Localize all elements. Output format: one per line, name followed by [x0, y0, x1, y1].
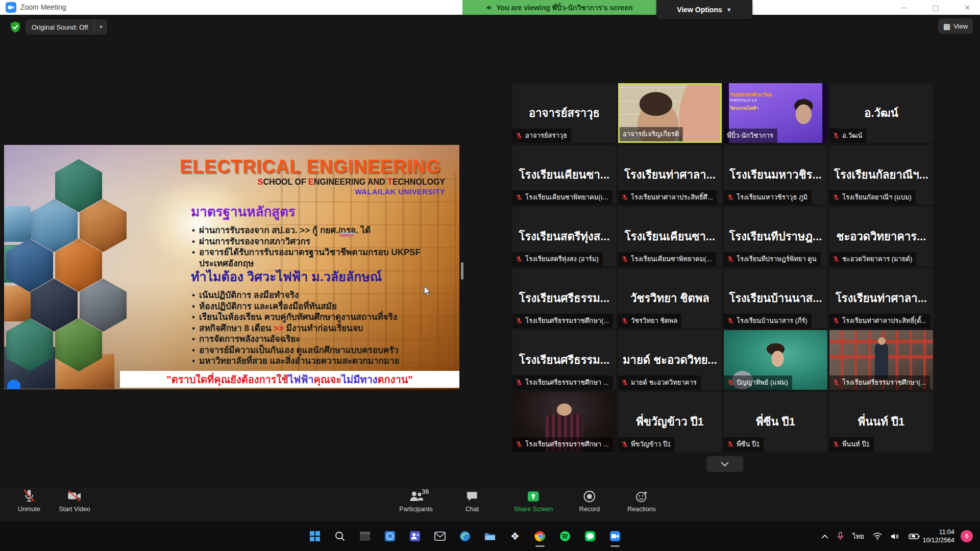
line-icon[interactable]	[583, 529, 597, 543]
participant-name-label: โรงเรียนสตรีทุ่งสง (อาร์ม)	[525, 254, 599, 264]
more-participants-button[interactable]	[706, 456, 743, 472]
chat-label: Chat	[465, 506, 479, 513]
section-heading: ทำไมต้อง วิศวะไฟฟ้า ม.วลัยลักษณ์	[191, 266, 456, 287]
participant-tile[interactable]: โรงเรียนมหาวชิร...โรงเรียนมหาวชิราวุธ ภู…	[724, 145, 827, 205]
chrome-icon[interactable]	[533, 529, 547, 543]
participant-tile[interactable]: ชะอวดวิทยาคาร...ชะอวดวิทยาคาร (มายด์)	[829, 207, 933, 266]
participant-name-label: วัชรวิทยา ชิตพล	[631, 315, 677, 326]
participant-label-bar: โรงเรียนศรีธรรมราชศึกษา(...	[512, 314, 613, 328]
share-screen-button[interactable]: Share Screen	[514, 489, 553, 513]
participant-big-name: พี่ขวัญข้าว ปี1	[636, 413, 704, 431]
participant-tile[interactable]: พี่นนท์ ปี1พี่นนท์ ปี1	[829, 392, 933, 452]
participant-tile[interactable]: โรงเรียนศรีธรรม...โรงเรียนศรีธรรมราชศึกษ…	[512, 268, 616, 328]
participant-big-name: โรงเรียนมหาวชิร...	[729, 166, 821, 184]
participant-label-bar: โรงเรียนท่าศาลาประสิทธิ์ศึ...	[618, 190, 717, 205]
notification-badge[interactable]: 6	[961, 530, 973, 542]
participant-tile[interactable]: โรงเรียนสตรีทุ่งส...โรงเรียนสตรีทุ่งสง (…	[512, 207, 616, 266]
tray-battery-icon[interactable]	[909, 533, 920, 540]
tray-language-indicator[interactable]: ไทย	[852, 531, 864, 542]
subtitle-part: T	[387, 178, 393, 186]
slide-section-standards: มาตรฐานหลักสูตร ผ่านการรับรองจาก สป.อว. …	[191, 201, 456, 269]
participant-tile[interactable]: อาจารย์สราวุธอาจารย์สราวุธ	[512, 83, 616, 143]
participant-tile[interactable]: โรงเรียนท่าศาลา...โรงเรียนท่าศาลาประสิทธ…	[829, 268, 933, 328]
slide-quote-band: "ตราบใดที่คุณยังต้องการใช้ไฟฟ้า คุณจะไม่…	[120, 371, 459, 388]
shared-screen-slide: ELECTRICAL ENGINEERING SCHOOL OF ENGINEE…	[4, 145, 459, 389]
participant-label-bar: ชะอวดวิทยาคาร (มายด์)	[829, 252, 916, 266]
teams-icon[interactable]	[408, 529, 422, 543]
explorer-icon[interactable]	[483, 529, 497, 543]
participant-tile[interactable]: อ.วัฒน์อ.วัฒน์	[829, 83, 933, 143]
participant-tile[interactable]: พี่ซีน ปี1พี่ซีน ปี1	[724, 392, 827, 452]
minimize-button[interactable]: ─	[892, 0, 916, 15]
edge-icon[interactable]	[458, 529, 472, 543]
slide-title: ELECTRICAL ENGINEERING	[167, 156, 453, 178]
tray-chevron-up-icon[interactable]	[821, 534, 828, 539]
unmute-button[interactable]: Unmute	[18, 489, 40, 513]
bullet-text-marked: กู้ กยศ./กรอ. ได้	[312, 226, 371, 235]
quote-part: ไฟฟ้า	[288, 371, 314, 388]
original-sound-button[interactable]: Original Sound: Off ▼	[26, 19, 107, 35]
participant-big-name: โรงเรียนกัลยาณีฯ...	[834, 166, 928, 184]
muted-mic-icon	[727, 441, 734, 448]
participant-tile[interactable]: โรงเรียนศรีธรรมราชศึกษา(...	[829, 330, 933, 390]
participant-tile[interactable]: โรงเรียนท่าศาลา...โรงเรียนท่าศาลาประสิทธ…	[618, 145, 722, 205]
subtitle-part: NGINEERING AND	[314, 178, 387, 186]
scrollbar-handle[interactable]	[461, 262, 463, 280]
speaker-icon	[486, 4, 493, 11]
participant-tile[interactable]: โรงเรียนศรีธรรมราชศึกษา ...	[512, 392, 616, 452]
record-button[interactable]: Record	[579, 489, 600, 513]
subtitle-part: ECHNOLOGY	[393, 178, 445, 186]
search-icon[interactable]	[333, 529, 347, 543]
participant-name-label: โรงเรียนศรีธรรมราชศึกษา ...	[525, 377, 609, 388]
bullet-item: การจัดการพลังงานอัจฉริยะ	[191, 334, 456, 345]
view-button[interactable]: ▦ View	[938, 18, 973, 34]
participant-tile[interactable]: โรงเรียนเคียนซา...โรงเรียนเคียนซาพิทยาคม…	[512, 145, 616, 205]
participants-icon: 36	[408, 489, 424, 503]
original-sound-label: Original Sound: Off	[26, 19, 94, 35]
participant-tile[interactable]: วัชรวิทยา ชิตพลวัชรวิทยา ชิตพล	[618, 268, 722, 328]
participant-name-label: พี่ขวัญข้าว ปี1	[631, 439, 671, 449]
chevron-down-icon[interactable]: ▼	[94, 19, 107, 35]
photos-icon[interactable]	[383, 529, 397, 543]
security-shield-icon[interactable]	[10, 21, 21, 33]
tray-microphone-icon[interactable]	[837, 532, 844, 541]
participant-big-name: โรงเรียนบ้านนาส...	[729, 289, 822, 307]
bullet-item: เน้นปฏิบัติการ ลงมือทำจริง	[191, 290, 456, 301]
start-video-button[interactable]: Start Video	[59, 489, 90, 513]
participant-tile[interactable]: โรงเรียนทีปราษฎ...โรงเรียนทีปราษฎร์พิทยา…	[724, 207, 827, 266]
maximize-button[interactable]: ▢	[924, 0, 947, 15]
participants-button[interactable]: 36 Participants	[399, 489, 432, 513]
spotify-icon[interactable]	[558, 529, 572, 543]
participant-tile[interactable]: มายด์ ชะอวดวิทย...มายด์ ชะอวดวิทยาคาร	[618, 330, 722, 390]
participant-tile[interactable]: พี่ขวัญข้าว ปี1พี่ขวัญข้าว ปี1	[618, 392, 722, 452]
view-label: View	[953, 22, 968, 30]
close-button[interactable]: ✕	[955, 0, 979, 15]
subtitle-part: E	[308, 178, 314, 186]
participant-tile[interactable]: ปัญญาทิพย์ (แฟม)	[724, 330, 827, 390]
zoomapp-icon[interactable]	[608, 529, 622, 543]
chat-button[interactable]: Chat	[465, 489, 479, 513]
taskbar-clock[interactable]: 11:04 10/12/2564	[922, 521, 954, 551]
chat-icon	[465, 489, 479, 503]
participant-tile[interactable]: โรงเรียนกัลยาณีฯ...โรงเรียนกัลยาณีฯ (แบม…	[829, 145, 933, 205]
view-options-button[interactable]: View Options ▼	[656, 0, 752, 19]
tray-volume-icon[interactable]	[891, 533, 900, 540]
participant-tile[interactable]: อาจารย์เจริญเกียรติ	[618, 83, 722, 143]
dropbox-icon[interactable]: ❖	[508, 529, 522, 543]
participant-label-bar: โรงเรียนศรีธรรมราชศึกษา(...	[829, 375, 930, 390]
slide-section-why: ทำไมต้อง วิศวะไฟฟ้า ม.วลัยลักษณ์ เน้นปฏิ…	[191, 266, 456, 367]
participants-label: Participants	[399, 506, 432, 513]
tray-wifi-icon[interactable]	[873, 533, 882, 540]
mail-icon[interactable]	[433, 529, 447, 543]
participant-name-label: ปัญญาทิพย์ (แฟม)	[737, 377, 788, 388]
participant-tile[interactable]: โรงเรียนเคียนซา...โรงเรียนเคียนซาพิทยาคม…	[618, 207, 722, 266]
participant-tile[interactable]: โรงเรียนศรีธรรม...โรงเรียนศรีธรรมราชศึกษ…	[512, 330, 616, 390]
darkapp-icon[interactable]	[358, 529, 372, 543]
participant-tile[interactable]: รับสมัครนักศึกษาใหม่PORTFOLIO 1.4วิศวกรร…	[724, 83, 827, 143]
muted-mic-icon	[727, 379, 734, 386]
reactions-button[interactable]: Reactions	[627, 489, 656, 513]
photo-rect	[4, 206, 31, 242]
participant-tile[interactable]: โรงเรียนบ้านนาส...โรงเรียนบ้านนาสาร (ภีร…	[724, 268, 827, 328]
participant-big-name: โรงเรียนเคียนซา...	[625, 228, 715, 245]
start-icon[interactable]	[308, 529, 322, 543]
